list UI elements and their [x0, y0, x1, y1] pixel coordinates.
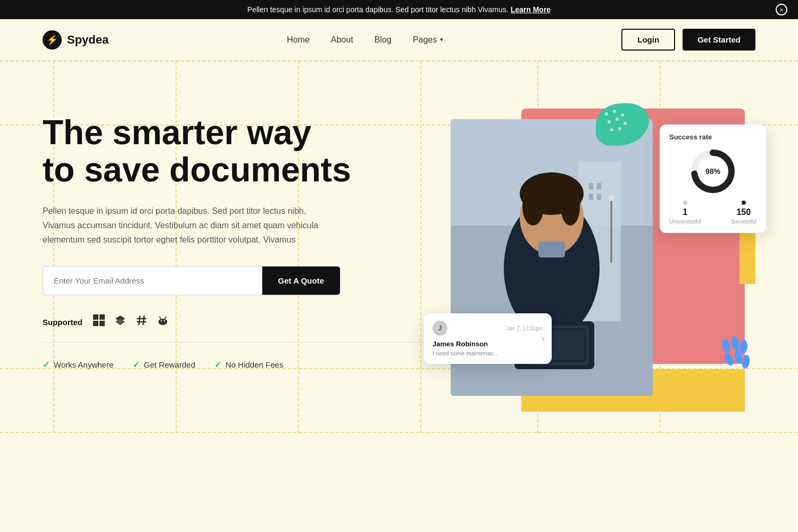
svg-point-52 [741, 354, 750, 369]
svg-point-22 [610, 128, 613, 131]
svg-point-23 [618, 127, 621, 130]
unsuccessful-label: Unsuccessful [669, 219, 701, 225]
nav-item-pages[interactable]: Pages ▾ [413, 35, 443, 45]
chevron-right-icon: › [542, 335, 544, 343]
windows-icon [93, 314, 105, 329]
svg-point-32 [608, 195, 614, 201]
svg-point-47 [720, 338, 732, 353]
grid-line-h1 [0, 61, 798, 62]
close-announcement-button[interactable]: × [776, 4, 787, 15]
login-button[interactable]: Login [621, 29, 675, 51]
logo[interactable]: ⚡ Spydea [43, 30, 109, 49]
hero-description: Pellen tesque in ipsum id orci porta dap… [43, 204, 335, 247]
close-icon: × [779, 6, 784, 14]
feature-label-1: Works Anywhere [54, 360, 113, 369]
unsuccessful-value: 1 [683, 207, 687, 217]
svg-point-50 [722, 351, 735, 367]
android-icon [157, 314, 169, 329]
success-stats: 1 Unsuccessful 150 Successful [669, 201, 757, 225]
features-row: ✓ Works Anywhere ✓ Get Rewarded ✓ No Hid… [43, 360, 435, 370]
chevron-down-icon: ▾ [440, 36, 443, 43]
grid-line-h3 [0, 432, 798, 433]
svg-line-6 [139, 315, 140, 325]
bolt-icon: ⚡ [46, 34, 58, 46]
supported-label: Supported [43, 318, 82, 327]
svg-rect-3 [99, 321, 105, 326]
get-quote-button[interactable]: Get A Quote [262, 267, 340, 295]
nav-link-about[interactable]: About [331, 35, 353, 44]
get-started-button[interactable]: Get Started [683, 29, 755, 51]
svg-rect-29 [589, 194, 593, 200]
nav-link-home[interactable]: Home [287, 35, 310, 44]
message-header: J Jan 2, 12:31pm [433, 321, 543, 336]
svg-point-13 [164, 320, 165, 321]
announcement-text: Pellen tesque in ipsum id orci porta dap… [247, 5, 509, 14]
success-card-title: Success rate [669, 133, 757, 141]
nav-link-pages[interactable]: Pages ▾ [413, 35, 443, 45]
hero-title-line1: The smarter way [43, 113, 311, 152]
hero-title-line2: to save documents [43, 151, 351, 189]
svg-line-7 [143, 315, 144, 325]
nav-actions: Login Get Started [621, 29, 755, 51]
logo-icon: ⚡ [43, 30, 62, 49]
feature-no-hidden-fees: ✓ No Hidden Fees [214, 360, 283, 370]
message-preview: I need some maintenac... [433, 350, 543, 356]
leaf-decorations [718, 335, 750, 380]
teal-blob-decoration [596, 103, 649, 146]
stat-successful: 150 Successful [731, 201, 757, 225]
svg-point-18 [621, 113, 624, 117]
svg-rect-0 [93, 314, 98, 320]
svg-text:98%: 98% [705, 167, 721, 176]
svg-line-14 [160, 317, 161, 319]
feature-get-rewarded: ✓ Get Rewarded [132, 360, 195, 370]
svg-line-15 [165, 317, 166, 319]
svg-rect-30 [597, 194, 601, 200]
svg-point-21 [624, 122, 627, 125]
message-sender-name: James Robinson [433, 340, 543, 348]
feature-label-2: Get Rewarded [144, 360, 195, 369]
hero-left: The smarter way to save documents Pellen… [43, 93, 435, 370]
feature-label-3: No Hidden Fees [226, 360, 283, 369]
successful-value: 150 [736, 207, 751, 217]
stat-unsuccessful: 1 Unsuccessful [669, 201, 701, 225]
nav-item-blog[interactable]: Blog [375, 35, 392, 45]
email-input[interactable] [43, 267, 262, 295]
svg-point-19 [608, 120, 611, 123]
svg-rect-2 [93, 321, 98, 326]
main-nav: ⚡ Spydea Home About Blog Pages ▾ Login G… [0, 19, 798, 61]
learn-more-link[interactable]: Learn More [511, 5, 551, 14]
svg-point-20 [616, 118, 619, 121]
logo-name: Spydea [67, 33, 109, 47]
svg-point-16 [605, 112, 608, 115]
svg-point-12 [161, 320, 162, 321]
dropbox-icon [114, 314, 126, 329]
check-icon-3: ✓ [214, 360, 221, 370]
successful-label: Successful [731, 219, 757, 225]
unsuccessful-dot [683, 201, 687, 205]
svg-point-17 [613, 110, 616, 113]
check-icon-1: ✓ [43, 360, 49, 370]
svg-point-38 [561, 188, 580, 226]
check-icon-2: ✓ [132, 360, 139, 370]
hero-title: The smarter way to save documents [43, 114, 435, 189]
svg-point-48 [730, 336, 740, 351]
nav-item-home[interactable]: Home [287, 35, 310, 45]
announcement-bar: Pellen tesque in ipsum id orci porta dap… [0, 0, 798, 19]
nav-link-blog[interactable]: Blog [375, 35, 392, 44]
supported-row: Supported [43, 314, 435, 343]
svg-rect-27 [589, 183, 593, 189]
nav-links: Home About Blog Pages ▾ [287, 35, 443, 45]
hashtag-icon [136, 314, 147, 329]
svg-rect-11 [159, 320, 167, 324]
nav-item-about[interactable]: About [331, 35, 353, 45]
successful-dot [742, 201, 746, 205]
message-time: Jan 2, 12:31pm [506, 326, 543, 331]
email-form: Get A Quote [43, 266, 340, 295]
svg-rect-39 [538, 242, 565, 257]
svg-rect-28 [597, 183, 601, 189]
success-rate-card: Success rate 98% 1 Unsuccessful [660, 124, 766, 233]
svg-point-37 [522, 188, 544, 226]
supported-icons [93, 314, 169, 329]
hero-section: The smarter way to save documents Pellen… [0, 61, 798, 433]
message-avatar: J [433, 321, 447, 336]
